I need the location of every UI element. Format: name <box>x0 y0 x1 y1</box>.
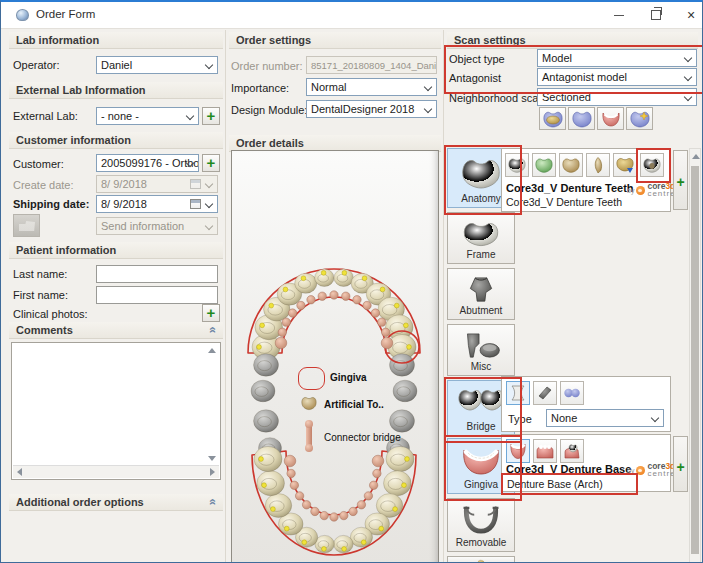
collapse-icon[interactable]: » <box>206 499 220 506</box>
last-name-input[interactable] <box>96 265 218 283</box>
shipping-date-field[interactable]: 8/ 9/2018 <box>96 195 218 213</box>
bridge-option-twin-pontic[interactable] <box>560 381 584 405</box>
window-title: Order Form <box>36 8 95 20</box>
first-name-label: First name: <box>13 289 68 301</box>
bridge-option-connector[interactable] <box>506 381 530 405</box>
comments-header: Comments» <box>9 322 223 339</box>
object-type-label: Object type <box>449 53 505 65</box>
dental-arch-chart[interactable] <box>232 151 438 563</box>
scan-wizard-button[interactable] <box>626 107 653 130</box>
create-date-field: 8/ 9/2018 <box>96 175 218 193</box>
object-type-select[interactable]: Model <box>537 49 697 67</box>
customer-select[interactable]: 2005099176 - Ortho Do <box>96 154 199 172</box>
category-misc-button[interactable]: Misc <box>447 324 515 376</box>
anatomy-option-offset-crown[interactable] <box>613 153 637 177</box>
scroll-up-icon[interactable] <box>208 348 216 353</box>
divider <box>225 30 226 562</box>
operator-select[interactable]: Daniel <box>96 56 218 74</box>
scroll-right-icon[interactable] <box>210 468 215 476</box>
importance-label: Importance: <box>231 82 289 94</box>
category-anatomy-label: Anatomy <box>461 193 500 204</box>
category-abutment-button[interactable]: Abutment <box>447 268 515 320</box>
shipping-date-label: Shipping date: <box>13 198 89 210</box>
chevron-down-icon <box>651 414 659 422</box>
anatomy-product-name: Core3d_V Denture Teeth <box>506 182 634 194</box>
antagonist-label: Antagonist <box>449 72 501 84</box>
external-lab-header: External Lab Information <box>9 82 223 99</box>
chevron-down-icon <box>684 54 692 62</box>
anatomy-option-eggshell-crown[interactable] <box>532 153 556 177</box>
collapse-icon[interactable]: » <box>206 327 220 334</box>
add-anatomy-element-button[interactable]: + <box>673 150 688 210</box>
anatomy-crown-icon <box>458 154 504 192</box>
title-bar: Order Form × <box>1 2 702 29</box>
scan-antagonist-button[interactable] <box>597 107 624 130</box>
jaw-with-model-icon <box>542 110 564 128</box>
scan-jaw-button[interactable] <box>568 107 595 130</box>
scroll-left-icon[interactable] <box>17 468 22 476</box>
gingiva-option-single-tooth-gum[interactable] <box>560 439 584 463</box>
dental-chart-panel[interactable]: Gingiva Artificial To.. Connector bridge <box>231 150 439 563</box>
scrollbar-thumb[interactable] <box>691 166 699 554</box>
right-panel-scrollbar[interactable] <box>689 148 701 563</box>
add-external-lab-button[interactable]: + <box>202 107 220 125</box>
bridge-option-bar[interactable] <box>533 381 557 405</box>
misc-icon <box>459 330 503 361</box>
minimize-button[interactable] <box>605 5 633 25</box>
chevron-down-icon <box>205 61 213 69</box>
restore-icon <box>651 10 661 20</box>
category-abutment-label: Abutment <box>460 305 503 316</box>
anatomy-option-anatomy-crown[interactable] <box>505 153 529 177</box>
close-button[interactable]: × <box>677 5 703 25</box>
scroll-down-icon[interactable] <box>208 456 216 461</box>
chevron-down-icon <box>205 180 213 188</box>
calendar-icon <box>190 199 201 209</box>
first-name-input[interactable] <box>96 286 218 304</box>
gingiva-option-denture-arch[interactable] <box>506 439 530 463</box>
scan-model-with-base-button[interactable] <box>539 107 566 130</box>
anatomy-detail-panel: Core3d_V Denture Teeth by core3dcentres … <box>501 148 671 212</box>
category-frame-label: Frame <box>467 249 496 260</box>
last-name-label: Last name: <box>13 268 67 280</box>
category-removable-button[interactable]: Removable <box>447 498 515 552</box>
scan-settings-header: Scan settings <box>447 32 698 49</box>
customer-information-header: Customer information <box>9 132 223 149</box>
external-lab-select[interactable]: - none - <box>96 107 199 125</box>
add-customer-button[interactable]: + <box>202 154 220 172</box>
comments-textarea[interactable] <box>11 342 221 480</box>
create-date-label: Create date: <box>13 179 74 191</box>
category-frame-button[interactable]: Frame <box>447 212 515 264</box>
plus-icon: + <box>676 174 684 190</box>
gingiva-legend-swatch <box>298 367 325 390</box>
artificial-tooth-legend-label: Artificial To.. <box>324 399 384 410</box>
gingiva-option-gum-segment[interactable] <box>533 439 557 463</box>
gingiva-legend-label: Gingiva <box>330 372 367 383</box>
category-misc-label: Misc <box>471 361 492 372</box>
category-removable-label: Removable <box>456 537 507 548</box>
category-partial-button[interactable] <box>447 556 515 563</box>
gingiva-product-name: Core3d_V Denture Base <box>506 463 631 475</box>
anatomy-option-anterior-tooth[interactable] <box>586 153 610 177</box>
customer-label: Customer: <box>13 158 64 170</box>
scroll-up-icon[interactable] <box>692 154 700 159</box>
calendar-icon <box>190 179 201 189</box>
importance-select[interactable]: Normal <box>306 78 437 96</box>
antagonist-select[interactable]: Antagonist model <box>537 68 697 86</box>
add-gingiva-element-button[interactable]: + <box>673 436 688 492</box>
horizontal-scrollbar[interactable] <box>13 465 219 478</box>
add-clinical-photo-button[interactable]: + <box>202 304 220 322</box>
neighborhood-scan-select[interactable]: Sectioned <box>537 88 697 106</box>
gold-model-icon <box>458 559 504 563</box>
neighborhood-scan-label: Neighborhood scan <box>449 92 544 104</box>
design-module-select[interactable]: DentalDesigner 2018 <box>306 100 437 118</box>
plus-icon: + <box>676 459 684 475</box>
anatomy-option-waxup-crown[interactable] <box>559 153 583 177</box>
abutment-icon <box>459 274 503 305</box>
plus-icon: + <box>207 107 216 124</box>
clinical-photos-label: Clinical photos: <box>13 308 88 320</box>
anatomy-option-denture-tooth[interactable] <box>640 153 664 177</box>
restore-button[interactable] <box>642 5 670 25</box>
bridge-type-select[interactable]: None <box>546 409 664 427</box>
chevron-down-icon <box>684 73 692 81</box>
frame-crown-icon <box>459 218 503 249</box>
